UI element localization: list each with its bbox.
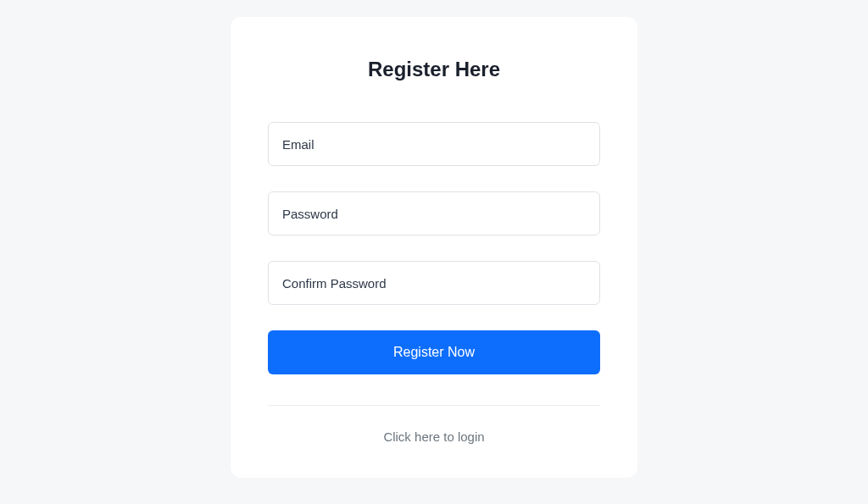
register-title: Register Here [268, 58, 600, 81]
register-button[interactable]: Register Now [268, 330, 600, 374]
register-form: Register Now [268, 122, 600, 405]
confirm-password-field[interactable] [268, 261, 600, 305]
login-link[interactable]: Click here to login [268, 429, 600, 444]
register-card: Register Here Register Now Click here to… [231, 17, 637, 478]
password-field[interactable] [268, 191, 600, 235]
email-field[interactable] [268, 122, 600, 166]
divider [268, 405, 600, 406]
